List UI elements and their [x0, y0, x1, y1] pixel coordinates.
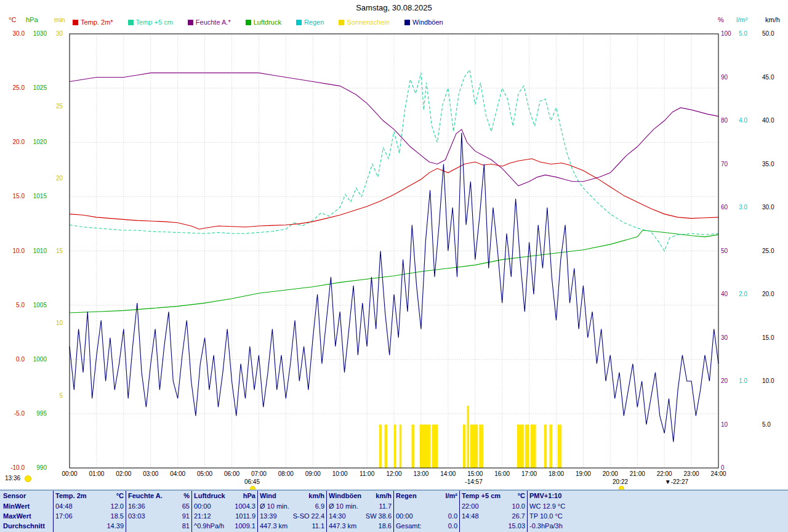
group-title: Windböen	[329, 491, 361, 501]
table-cell: 18.5	[111, 511, 124, 521]
table-group-header: Windböenkm/h	[329, 491, 392, 501]
sunshine-bar	[531, 425, 536, 469]
sunshine-bar	[385, 425, 387, 469]
table-cell: 00:00	[396, 511, 413, 521]
tick-hPa: 1005	[22, 302, 47, 308]
table-row: 00:000.0	[396, 511, 457, 521]
tick-min: 10	[38, 320, 63, 326]
table-group-header: Feuchte A.%	[128, 491, 190, 501]
tick-%: 10	[721, 422, 742, 428]
tick-min: 25	[38, 103, 63, 110]
table-cell: 03:03	[128, 511, 145, 521]
table-cell: 11.1	[312, 521, 324, 531]
time-tick: 11:00	[353, 471, 380, 477]
group-unit: %	[183, 491, 190, 501]
table-cell: Ø 10 min.	[260, 501, 289, 511]
time-tick: 10:00	[326, 471, 353, 477]
time-tick: 20:00	[597, 471, 624, 477]
table-group-temp-2m: Temp. 2m°C04:4812.017:0618.514.39	[53, 491, 126, 532]
tick-hPa: 990	[22, 465, 47, 471]
table-group-windb-en: Windböenkm/hØ 10 min.11.714:30SW 38.6447…	[326, 491, 393, 532]
daylight-duration-label: 13:36	[5, 475, 20, 482]
tick-min: 20	[38, 175, 63, 182]
sunshine-bar	[479, 425, 483, 469]
tick-%: 90	[721, 75, 742, 81]
table-row	[396, 501, 457, 511]
row-label: Durchschnitt	[3, 521, 53, 531]
table-cell: 21:12	[194, 511, 211, 521]
group-title: Wind	[260, 491, 276, 501]
table-cell: Gesamt:	[396, 521, 422, 531]
group-unit: km/h	[376, 491, 392, 501]
table-group-header: Regenl/m²	[396, 491, 457, 501]
time-tick: 05:00	[191, 471, 219, 477]
row-label: MaxWert	[3, 511, 53, 521]
tick-l/m²: 3.0	[739, 204, 760, 211]
table-row-labels: SensorMinWertMaxWertDurchschnitt	[0, 491, 53, 532]
table-cell: 04:48	[55, 501, 73, 511]
group-unit: km/h	[308, 491, 324, 501]
table-cell: 16:36	[128, 501, 145, 511]
tick-l/m²: 1.0	[739, 378, 760, 384]
sunshine-bar	[420, 425, 431, 469]
table-cell: 0.0	[448, 521, 457, 531]
time-tick: 09:00	[299, 471, 326, 477]
tick-hPa: 995	[22, 411, 47, 417]
table-row: WC 12.9 °C	[529, 501, 786, 511]
table-cell: 91	[182, 511, 190, 521]
table-row: Ø 10 min.11.7	[329, 501, 392, 511]
tick-km/h: 5.0	[762, 422, 783, 428]
time-tick: 03:00	[137, 471, 164, 477]
row-label: MinWert	[3, 501, 53, 511]
table-cell: 447.3 km	[260, 521, 287, 531]
table-group-feuchte-a-: Feuchte A.%16:366503:039181	[126, 491, 191, 532]
table-cell: TP 10.0 °C	[529, 511, 563, 521]
table-group-wind: Windkm/hØ 10 min.6.913:39S-SO 22.4447.3 …	[257, 491, 326, 532]
table-row: 17:0618.5	[55, 511, 124, 521]
table-cell: 1004.3	[235, 501, 255, 511]
table-row: 04:4812.0	[55, 501, 124, 511]
table-cell: 14:48	[462, 511, 479, 521]
time-tick: 08:00	[272, 471, 299, 477]
tick-min: 30	[38, 31, 63, 37]
tick-%: 50	[721, 248, 742, 254]
table-cell: S-SO 22.4	[293, 511, 324, 521]
tick-°C: 20.0	[0, 139, 25, 145]
tick-km/h: 45.0	[762, 75, 783, 81]
table-cell: 81	[182, 521, 190, 531]
table-row: Gesamt:0.0	[396, 521, 457, 531]
table-row: 14.39	[55, 521, 124, 531]
tick-°C: 15.0	[0, 193, 25, 200]
sunshine-bar	[544, 425, 547, 469]
group-title: Temp. 2m	[55, 491, 87, 501]
table-row: 81	[128, 521, 190, 531]
table-row: -0.3hPa/3h	[529, 521, 786, 531]
sunshine-bar	[470, 425, 478, 469]
table-cell: 17:06	[55, 511, 73, 521]
sunshine-bar	[412, 425, 414, 469]
table-cell: Ø 10 min.	[329, 501, 358, 511]
axis-marker-label: 20:22	[599, 479, 642, 485]
table-cell: ^0.9hPa/h	[194, 521, 224, 531]
table-row: Ø 10 min.6.9	[260, 501, 324, 511]
sunshine-bar	[467, 406, 470, 468]
axis-marker-label: 06:45	[230, 479, 273, 485]
table-row: 15.03	[462, 521, 525, 531]
tick-km/h: 20.0	[762, 291, 783, 297]
table-row: 00:001004.3	[194, 501, 255, 511]
group-title: PMV+1:10	[529, 491, 561, 501]
tick-km/h: 15.0	[762, 335, 783, 341]
table-cell: 13:39	[260, 511, 277, 521]
tick-°C: 30.0	[0, 31, 25, 37]
tick-min: 15	[38, 248, 63, 254]
table-row: 14:4826.7	[462, 511, 525, 521]
table-cell: 14.39	[107, 521, 124, 531]
tick-%: 30	[721, 335, 742, 341]
tick-°C: 10.0	[0, 248, 25, 254]
table-cell: 15.03	[508, 521, 525, 531]
table-cell: -0.3hPa/3h	[529, 521, 563, 531]
table-cell: 1011.9	[235, 511, 255, 521]
table-row: 14:30SW 38.6	[329, 511, 392, 521]
weather-chart-panel: Samstag, 30.08.2025 °C hPa min % l/m² km…	[0, 0, 788, 490]
sunshine-bar	[432, 425, 438, 469]
